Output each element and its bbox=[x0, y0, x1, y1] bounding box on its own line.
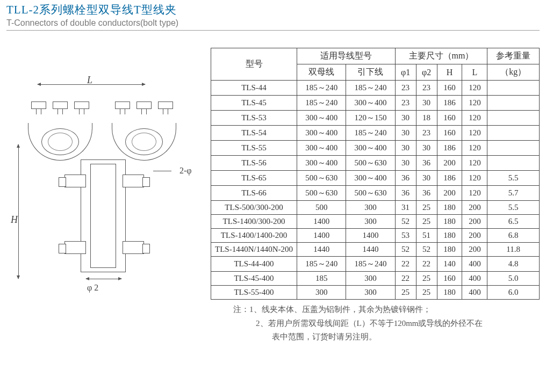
dim-label-L: L bbox=[87, 75, 92, 86]
cell-phi1: 25 bbox=[395, 286, 416, 300]
th-applicable: 适用导线型号 bbox=[297, 48, 396, 64]
table-row: TLS-1400/1400-2001400140053511802006.8 bbox=[211, 229, 540, 243]
cell-model: TLS-500/300-200 bbox=[211, 201, 297, 215]
table-row: TLS-1440N/1440N-20014401440525218020011.… bbox=[211, 243, 540, 257]
cell-phi2: 52 bbox=[416, 243, 437, 257]
cell-H: 180 bbox=[437, 286, 462, 300]
cell-bus: 1440 bbox=[297, 243, 346, 257]
table-row: TLS-65500～630300～40036301861205.5 bbox=[211, 171, 540, 186]
cell-model: TLS-45-400 bbox=[211, 272, 297, 286]
cell-H: 180 bbox=[437, 215, 462, 229]
cell-H: 160 bbox=[437, 111, 462, 126]
cell-L: 120 bbox=[462, 171, 487, 186]
cell-H: 200 bbox=[437, 156, 462, 171]
cell-lead: 300～400 bbox=[346, 141, 395, 156]
cell-kg bbox=[487, 96, 540, 111]
cell-H: 160 bbox=[437, 81, 462, 96]
th-weight-unit: （kg） bbox=[487, 64, 540, 81]
table-row: TLS-53300～400120～1503018160120 bbox=[211, 111, 540, 126]
th-H: H bbox=[437, 64, 462, 81]
cell-phi2: 22 bbox=[416, 257, 437, 272]
cell-model: TLS-1400/300-200 bbox=[211, 215, 297, 229]
cell-bus: 1400 bbox=[297, 229, 346, 243]
cell-model: TLS-45 bbox=[211, 96, 297, 111]
cell-L: 120 bbox=[462, 156, 487, 171]
dim-label-phi2: φ 2 bbox=[87, 283, 98, 293]
cell-kg: 6.0 bbox=[487, 286, 540, 300]
cell-kg: 5.5 bbox=[487, 201, 540, 215]
cell-bus: 500～630 bbox=[297, 171, 346, 186]
cell-kg bbox=[487, 126, 540, 141]
th-weight: 参考重量 bbox=[487, 48, 540, 64]
cell-phi1: 22 bbox=[395, 272, 416, 286]
th-phi2: φ2 bbox=[416, 64, 437, 81]
cell-phi2: 30 bbox=[416, 171, 437, 186]
cell-model: TLS-44-400 bbox=[211, 257, 297, 272]
cell-phi2: 36 bbox=[416, 156, 437, 171]
cell-model: TLS-1400/1400-200 bbox=[211, 229, 297, 243]
table-notes: 注：1、线夹本体、压盖为铝制件，其余为热镀锌钢件； 2、若用户所需双母线间距（L… bbox=[211, 303, 540, 344]
page-title-en: T-Connectors of double conductors(bolt t… bbox=[6, 18, 540, 28]
dim-label-H: H bbox=[11, 214, 18, 226]
cell-phi2: 30 bbox=[416, 96, 437, 111]
cell-H: 186 bbox=[437, 96, 462, 111]
cell-H: 140 bbox=[437, 257, 462, 272]
cell-H: 200 bbox=[437, 186, 462, 201]
cell-phi1: 36 bbox=[395, 171, 416, 186]
table-row: TLS-55-40030030025251804006.0 bbox=[211, 286, 540, 300]
cell-phi2: 25 bbox=[416, 201, 437, 215]
cell-phi1: 30 bbox=[395, 126, 416, 141]
cell-phi2: 25 bbox=[416, 272, 437, 286]
cell-phi2: 25 bbox=[416, 215, 437, 229]
table-row: TLS-54300～400185～2403023160120 bbox=[211, 126, 540, 141]
cell-phi2: 51 bbox=[416, 229, 437, 243]
cell-H: 180 bbox=[437, 243, 462, 257]
cell-bus: 500～630 bbox=[297, 186, 346, 201]
cell-L: 200 bbox=[462, 201, 487, 215]
cell-bus: 300～400 bbox=[297, 141, 346, 156]
cell-phi2: 36 bbox=[416, 186, 437, 201]
cell-L: 120 bbox=[462, 186, 487, 201]
cell-phi1: 52 bbox=[395, 215, 416, 229]
cell-L: 200 bbox=[462, 243, 487, 257]
cell-L: 200 bbox=[462, 229, 487, 243]
cell-bus: 300～400 bbox=[297, 111, 346, 126]
cell-phi1: 53 bbox=[395, 229, 416, 243]
cell-phi1: 22 bbox=[395, 257, 416, 272]
th-L: L bbox=[462, 64, 487, 81]
cell-bus: 185～240 bbox=[297, 81, 346, 96]
cell-kg: 11.8 bbox=[487, 243, 540, 257]
cell-phi1: 30 bbox=[395, 141, 416, 156]
cell-phi1: 36 bbox=[395, 186, 416, 201]
cell-lead: 500～630 bbox=[346, 156, 395, 171]
table-row: TLS-44185～240185～2402323160120 bbox=[211, 81, 540, 96]
cell-model: TLS-66 bbox=[211, 186, 297, 201]
cell-lead: 300 bbox=[346, 215, 395, 229]
cell-L: 120 bbox=[462, 141, 487, 156]
table-row: TLS-500/300-20050030031251802005.5 bbox=[211, 201, 540, 215]
cell-model: TLS-53 bbox=[211, 111, 297, 126]
cell-kg: 4.8 bbox=[487, 257, 540, 272]
cell-model: TLS-65 bbox=[211, 171, 297, 186]
cell-model: TLS-55 bbox=[211, 141, 297, 156]
cell-L: 400 bbox=[462, 272, 487, 286]
cell-H: 180 bbox=[437, 201, 462, 215]
cell-L: 120 bbox=[462, 111, 487, 126]
cell-lead: 300 bbox=[346, 272, 395, 286]
cell-phi2: 18 bbox=[416, 111, 437, 126]
cell-H: 186 bbox=[437, 141, 462, 156]
cell-L: 120 bbox=[462, 96, 487, 111]
cell-kg: 5.5 bbox=[487, 171, 540, 186]
th-double-bus: 双母线 bbox=[297, 64, 346, 81]
cell-kg bbox=[487, 81, 540, 96]
cell-bus: 500 bbox=[297, 201, 346, 215]
cell-lead: 185～240 bbox=[346, 81, 395, 96]
table-row: TLS-44-400185～240185～24022221404004.8 bbox=[211, 257, 540, 272]
cell-L: 400 bbox=[462, 257, 487, 272]
th-model: 型号 bbox=[211, 48, 297, 81]
th-main-dim: 主要尺寸（mm） bbox=[395, 48, 487, 64]
technical-drawing: L bbox=[6, 48, 211, 306]
cell-lead: 185～240 bbox=[346, 126, 395, 141]
cell-bus: 300 bbox=[297, 286, 346, 300]
cell-lead: 120～150 bbox=[346, 111, 395, 126]
